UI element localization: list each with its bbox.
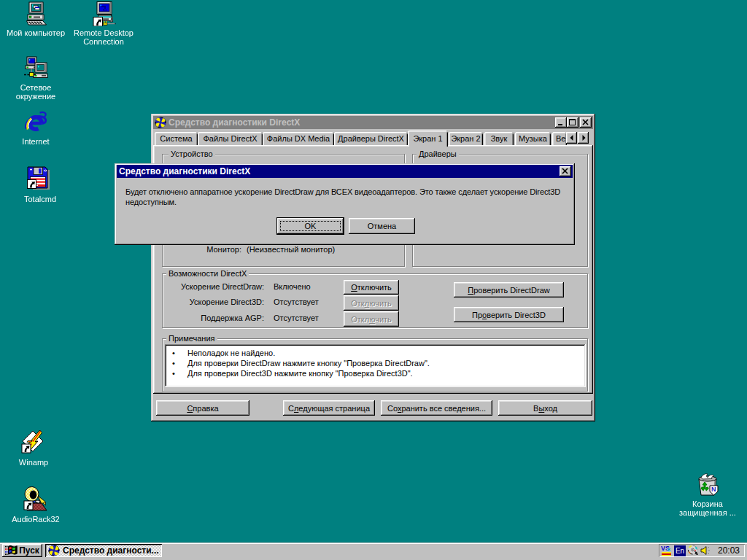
svg-text:c: c (667, 546, 671, 553)
svg-text:N: N (711, 486, 716, 493)
